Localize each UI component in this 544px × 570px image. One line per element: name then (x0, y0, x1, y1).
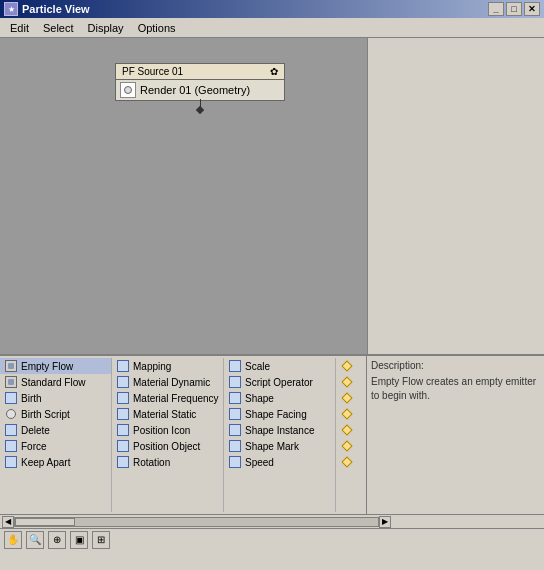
item-icon-d4-6 (340, 455, 354, 469)
menu-options[interactable]: Options (132, 20, 182, 36)
list-item[interactable]: Empty Flow (0, 358, 111, 374)
main-area: PF Source 01 ✿ Render 01 (Geometry) (0, 38, 544, 550)
item-icon-speed (228, 455, 242, 469)
list-item[interactable]: Birth Script (0, 406, 111, 422)
list-item[interactable] (336, 422, 366, 438)
title-bar: ★ Particle View _ □ ✕ (0, 0, 544, 18)
node-title: PF Source 01 (122, 66, 183, 77)
item-icon-d4-0 (340, 359, 354, 373)
items-list[interactable]: Empty Flow Standard Flow (0, 356, 367, 514)
list-item[interactable] (336, 390, 366, 406)
item-label-matstatic: Material Static (133, 409, 196, 420)
node-render-icon (120, 82, 136, 98)
list-item[interactable]: Position Icon (112, 422, 223, 438)
grid-button[interactable]: ⊞ (92, 531, 110, 549)
list-item[interactable]: Keep Apart (0, 454, 111, 470)
bottom-area: Empty Flow Standard Flow (0, 354, 544, 514)
node-connector (197, 99, 203, 113)
scrollbar-thumb[interactable] (15, 518, 75, 526)
node-container: PF Source 01 ✿ Render 01 (Geometry) (115, 63, 285, 101)
item-icon-posicon (116, 423, 130, 437)
items-columns: Empty Flow Standard Flow (0, 358, 366, 512)
list-item[interactable] (336, 454, 366, 470)
list-item[interactable]: Force (0, 438, 111, 454)
list-item[interactable]: Mapping (112, 358, 223, 374)
scroll-right-button[interactable]: ▶ (379, 516, 391, 528)
bottom-toolbar: ✋ 🔍 ⊕ ▣ ⊞ (0, 528, 544, 550)
list-item[interactable]: Shape Instance (224, 422, 335, 438)
list-item[interactable] (336, 374, 366, 390)
search-tool-button[interactable]: 🔍 (26, 531, 44, 549)
canvas-area[interactable]: PF Source 01 ✿ Render 01 (Geometry) (0, 38, 367, 354)
item-label-delete: Delete (21, 425, 50, 436)
menu-bar: Edit Select Display Options (0, 18, 544, 38)
grid-icon: ⊞ (97, 534, 105, 545)
item-icon-d4-3 (340, 407, 354, 421)
item-label-emptyflow: Empty Flow (21, 361, 73, 372)
node-header[interactable]: PF Source 01 ✿ (115, 63, 285, 80)
minimize-button[interactable]: _ (488, 2, 504, 16)
item-icon-shape (228, 391, 242, 405)
item-icon-scriptop (228, 375, 242, 389)
menu-select[interactable]: Select (37, 20, 80, 36)
maximize-button[interactable]: □ (506, 2, 522, 16)
list-item[interactable]: Shape Facing (224, 406, 335, 422)
list-item[interactable]: Scale (224, 358, 335, 374)
item-label-standardflow: Standard Flow (21, 377, 85, 388)
item-label-shape: Shape (245, 393, 274, 404)
item-label-shapefacing: Shape Facing (245, 409, 307, 420)
scrollbar-track[interactable] (14, 517, 379, 527)
canvas-properties: PF Source 01 ✿ Render 01 (Geometry) (0, 38, 544, 354)
list-item[interactable]: Delete (0, 422, 111, 438)
item-label-shapemark: Shape Mark (245, 441, 299, 452)
list-item[interactable]: Standard Flow (0, 374, 111, 390)
item-icon-posobj (116, 439, 130, 453)
list-item[interactable]: Rotation (112, 454, 223, 470)
description-panel: Description: Empty Flow creates an empty… (367, 356, 544, 514)
item-label-posobj: Position Object (133, 441, 200, 452)
node-body[interactable]: Render 01 (Geometry) (115, 80, 285, 101)
description-title: Description: (371, 360, 540, 371)
list-item[interactable]: Speed (224, 454, 335, 470)
item-icon-d4-4 (340, 423, 354, 437)
item-icon-matfreq (116, 391, 130, 405)
item-label-matfreq: Material Frequency (133, 393, 219, 404)
item-icon-d4-5 (340, 439, 354, 453)
item-label-scale: Scale (245, 361, 270, 372)
zoom-in-button[interactable]: ⊕ (48, 531, 66, 549)
list-item[interactable]: Material Dynamic (112, 374, 223, 390)
item-icon-standardflow (4, 375, 18, 389)
list-item[interactable]: Shape Mark (224, 438, 335, 454)
item-icon-rotation (116, 455, 130, 469)
scroll-left-button[interactable]: ◀ (2, 516, 14, 528)
list-item[interactable]: Material Frequency (112, 390, 223, 406)
node-settings-icon: ✿ (270, 66, 278, 77)
item-label-mapping: Mapping (133, 361, 171, 372)
list-item[interactable] (336, 358, 366, 374)
item-label-matdynamic: Material Dynamic (133, 377, 210, 388)
list-item[interactable]: Position Object (112, 438, 223, 454)
film-button[interactable]: ▣ (70, 531, 88, 549)
list-item[interactable] (336, 406, 366, 422)
item-label-shapeinstance: Shape Instance (245, 425, 315, 436)
close-button[interactable]: ✕ (524, 2, 540, 16)
menu-display[interactable]: Display (82, 20, 130, 36)
connector-diamond (196, 106, 204, 114)
item-label-keepapart: Keep Apart (21, 457, 70, 468)
list-item[interactable]: Birth (0, 390, 111, 406)
item-icon-keepapart (4, 455, 18, 469)
items-col-1: Empty Flow Standard Flow (0, 358, 112, 512)
list-item[interactable]: Shape (224, 390, 335, 406)
item-icon-birthscript (4, 407, 18, 421)
title-controls[interactable]: _ □ ✕ (488, 2, 540, 16)
item-icon-shapefacing (228, 407, 242, 421)
list-item[interactable]: Script Operator (224, 374, 335, 390)
items-col-2: Mapping Material Dynamic Material Freque… (112, 358, 224, 512)
item-icon-matstatic (116, 407, 130, 421)
film-icon: ▣ (75, 534, 84, 545)
list-item[interactable] (336, 438, 366, 454)
list-item[interactable]: Material Static (112, 406, 223, 422)
menu-edit[interactable]: Edit (4, 20, 35, 36)
hand-tool-button[interactable]: ✋ (4, 531, 22, 549)
items-col-4 (336, 358, 366, 512)
